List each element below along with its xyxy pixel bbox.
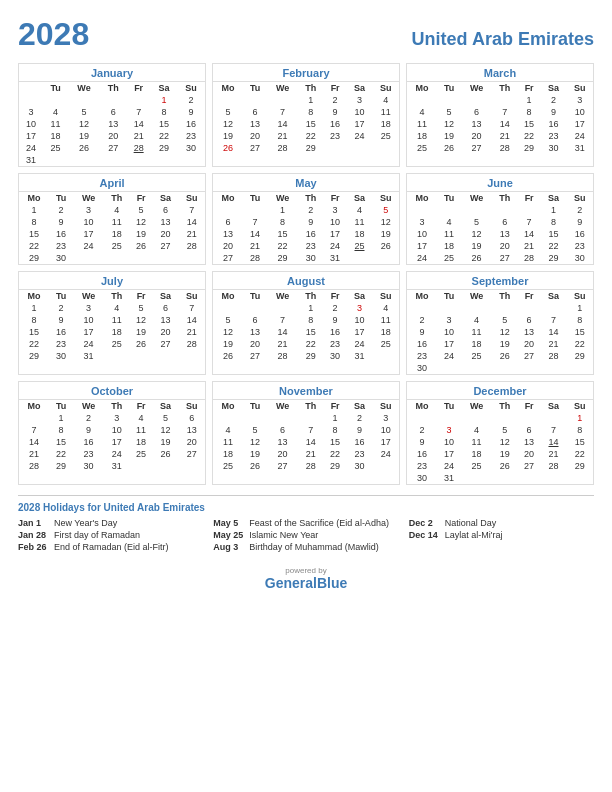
day-cell: 18 [407, 130, 437, 142]
day-cell: 26 [461, 252, 492, 264]
day-cell: 7 [541, 314, 567, 326]
footer-brand-blue: Blue [317, 575, 347, 591]
day-cell: 7 [19, 424, 49, 436]
table-row: MoTuWeThFrSaSu [213, 290, 399, 303]
day-cell: 3 [347, 302, 373, 314]
day-cell: 24 [347, 130, 373, 142]
day-cell [492, 302, 518, 314]
day-cell: 26 [437, 142, 461, 154]
day-header: We [73, 192, 104, 205]
day-cell [541, 362, 567, 374]
day-header: Tu [243, 290, 267, 303]
day-cell: 7 [541, 424, 567, 436]
day-cell: 18 [347, 228, 373, 240]
day-cell: 25 [437, 252, 461, 264]
day-cell: 25 [372, 338, 399, 350]
table-row: 12 [19, 94, 205, 106]
day-cell: 26 [492, 460, 518, 472]
day-cell: 17 [407, 240, 437, 252]
day-cell: 2 [177, 94, 205, 106]
holiday-name: First day of Ramadan [54, 530, 140, 540]
month-block-may: MayMoTuWeThFrSaSu12345678910111213141516… [212, 173, 400, 265]
day-cell: 20 [178, 436, 205, 448]
day-header: Su [566, 400, 593, 413]
day-cell: 5 [68, 106, 100, 118]
day-cell: 8 [298, 314, 324, 326]
day-cell: 5 [213, 106, 243, 118]
day-cell: 26 [213, 350, 243, 362]
day-cell [127, 154, 151, 166]
day-cell: 29 [566, 460, 593, 472]
day-cell: 15 [267, 228, 298, 240]
day-cell: 14 [127, 118, 151, 130]
day-cell: 29 [298, 350, 324, 362]
day-cell: 17 [372, 436, 399, 448]
day-header: Sa [153, 400, 179, 413]
day-header: We [461, 192, 492, 205]
holiday-date: May 5 [213, 518, 245, 528]
month-block-august: AugustMoTuWeThFrSaSu12345678910111213141… [212, 271, 400, 375]
table-row: 31 [19, 154, 205, 166]
day-cell: 23 [324, 130, 347, 142]
day-cell: 5 [243, 424, 267, 436]
month-name: May [213, 174, 399, 191]
table-row: 17181920212223 [19, 130, 205, 142]
day-cell: 11 [43, 118, 68, 130]
table-row: 45678910 [407, 106, 593, 118]
day-cell: 6 [100, 106, 126, 118]
day-cell: 1 [19, 204, 49, 216]
day-header: Su [178, 192, 205, 205]
day-cell [461, 362, 492, 374]
day-cell: 11 [347, 216, 373, 228]
day-header: Th [492, 290, 518, 303]
day-cell: 20 [461, 130, 492, 142]
day-cell: 14 [541, 436, 567, 448]
day-header: Tu [437, 192, 461, 205]
day-cell: 21 [518, 240, 541, 252]
day-cell: 27 [518, 460, 541, 472]
day-cell: 1 [267, 204, 298, 216]
table-row: 45678910 [213, 424, 399, 436]
day-cell: 25 [130, 448, 153, 460]
day-header: Th [104, 400, 130, 413]
day-cell: 16 [49, 228, 73, 240]
day-cell: 15 [151, 118, 178, 130]
day-header: Sa [541, 290, 567, 303]
day-cell: 1 [19, 302, 49, 314]
day-header: We [461, 82, 492, 95]
day-header: Su [178, 290, 205, 303]
day-cell: 10 [324, 216, 347, 228]
holiday-date: May 25 [213, 530, 245, 540]
day-header: Mo [407, 82, 437, 95]
day-header: Th [104, 290, 130, 303]
day-cell: 27 [178, 448, 205, 460]
day-cell [213, 302, 243, 314]
day-cell: 5 [372, 204, 399, 216]
day-cell: 21 [19, 448, 49, 460]
table-row: MoTuWeThFrSaSu [407, 400, 593, 413]
day-header: We [267, 82, 298, 95]
footer-powered: powered by [18, 566, 594, 575]
day-cell: 17 [437, 448, 461, 460]
day-cell: 20 [100, 130, 126, 142]
day-cell: 26 [372, 240, 399, 252]
day-cell: 9 [407, 326, 437, 338]
day-cell: 16 [407, 338, 437, 350]
day-cell: 22 [298, 338, 324, 350]
table-row: 19202122232425 [213, 130, 399, 142]
day-cell [267, 302, 298, 314]
day-header: Su [566, 82, 593, 95]
holiday-item: Jan 28First day of Ramadan [18, 530, 203, 540]
day-cell: 2 [298, 204, 324, 216]
month-name: January [19, 64, 205, 81]
day-cell: 2 [73, 412, 104, 424]
day-cell: 25 [104, 338, 130, 350]
day-cell: 31 [347, 350, 373, 362]
day-header: Sa [347, 82, 373, 95]
day-cell: 4 [104, 204, 130, 216]
table-row: 17181920212223 [407, 240, 593, 252]
day-cell: 1 [151, 94, 178, 106]
day-cell: 10 [437, 436, 461, 448]
month-block-november: NovemberMoTuWeThFrSaSu123456789101112131… [212, 381, 400, 485]
day-cell [68, 94, 100, 106]
